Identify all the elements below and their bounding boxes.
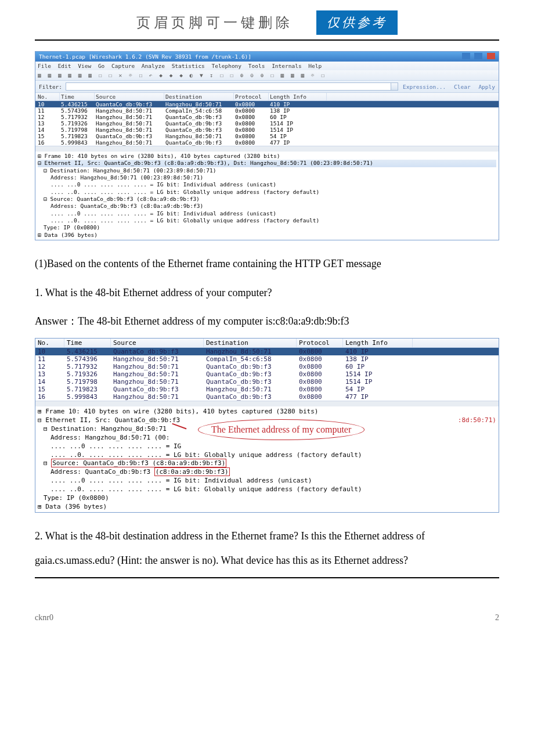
menu-telephony[interactable]: Telephony — [212, 63, 241, 69]
packet-row[interactable]: 135.719326Hangzhou_8d:50:71QuantaCo_db:9… — [35, 120, 499, 127]
section-intro: (1)Based on the contents of the Ethernet… — [35, 252, 499, 276]
packet-list-header: No. Time Source Destination Protocol Len… — [35, 339, 499, 348]
packet-list-header: No. Time Source Destination Protocol Len… — [35, 93, 499, 101]
packet-row[interactable]: 155.719823QuantaCo_db:9b:f3Hangzhou_8d:5… — [35, 133, 499, 139]
menu-statistics[interactable]: Statistics — [172, 63, 205, 69]
col-destination[interactable]: Destination — [204, 339, 297, 347]
tree-type[interactable]: Type: IP (0x0800) — [38, 494, 496, 503]
tree-data[interactable]: ⊞ Data (396 bytes) — [38, 503, 496, 512]
footer-page-number: 2 — [495, 613, 499, 622]
question-2: 2. What is the 48-bit destination addres… — [35, 524, 499, 573]
answer-1-text: The 48-bit Ethernet address of my comput… — [78, 315, 349, 327]
close-icon[interactable] — [487, 53, 495, 59]
menu-go[interactable]: Go — [98, 63, 104, 69]
toolbar[interactable]: ▦ ▦ ▦ ▦ ▦ ▦ ☐ ☐ ✕ ☼ ☐ ↶ ◆ ◆ ◆ ◐ ▼ ↧ ☐ ☐ … — [35, 70, 499, 80]
answer-label: Answer： — [35, 315, 78, 327]
col-no[interactable]: No. — [37, 93, 60, 100]
tree-lg-bit[interactable]: .... ..0. .... .... .... .... = LG bit: … — [38, 451, 496, 460]
col-length-info[interactable]: Length Info — [343, 339, 413, 347]
address-highlight: (c8:0a:a9:db:9b:f3) — [154, 467, 230, 476]
menu-analyze[interactable]: Analyze — [142, 63, 165, 69]
maximize-icon[interactable] — [474, 53, 482, 59]
packet-row[interactable]: 145.719798Hangzhou_8d:50:71QuantaCo_db:9… — [35, 378, 499, 386]
col-source[interactable]: Source — [95, 93, 164, 100]
window-title-text: Thernet-1.pcap [Wireshark 1.6.2 (SVN Rev… — [39, 53, 251, 60]
filter-expression-link[interactable]: Expression... — [403, 84, 446, 90]
menu-help[interactable]: Help — [308, 63, 322, 69]
tree-node[interactable]: ⊟ Source: QuantaCo_db:9b:f3 (c8:0a:a9:db… — [38, 196, 496, 203]
tree-lg-bit-2[interactable]: .... ..0. .... .... .... .... = LG bit: … — [38, 485, 496, 494]
wireshark-window-2: No. Time Source Destination Protocol Len… — [35, 338, 499, 513]
packet-details-tree[interactable]: ⊞ Frame 10: 410 bytes on wire (3280 bits… — [35, 152, 499, 240]
page-header-title: 页眉页脚可一键删除 — [136, 13, 293, 32]
menu-tools[interactable]: Tools — [248, 63, 265, 69]
col-protocol[interactable]: Protocol — [297, 339, 343, 347]
tree-frame[interactable]: ⊞ Frame 10: 410 bytes on wire (3280 bits… — [38, 408, 496, 416]
filter-bar: Filter: Expression... Clear Apply — [35, 80, 499, 93]
window-titlebar[interactable]: Thernet-1.pcap [Wireshark 1.6.2 (SVN Rev… — [35, 52, 499, 62]
h-scrollbar[interactable] — [35, 401, 499, 406]
filter-dropdown-icon[interactable] — [391, 82, 398, 91]
tree-source[interactable]: ⊟ Source: QuantaCo_db:9b:f3 (c8:0a:a9:db… — [38, 459, 496, 468]
footer-left: cknr0 — [35, 613, 53, 622]
tree-node[interactable]: .... ...0 .... .... .... .... = IG bit: … — [38, 210, 496, 217]
reference-badge: 仅供参考 — [316, 10, 398, 35]
col-source[interactable]: Source — [111, 339, 204, 347]
tree-node[interactable]: Type: IP (0x0800) — [38, 224, 496, 231]
tree-node[interactable]: .... ..0. .... .... .... .... = LG bit: … — [38, 217, 496, 224]
packet-row[interactable]: 115.574396Hangzhou_8d:50:71CompalIn_54:c… — [35, 355, 499, 363]
header-divider — [35, 39, 499, 41]
packet-row[interactable]: 155.719823QuantaCo_db:9b:f3Hangzhou_8d:5… — [35, 386, 499, 393]
answer-1: Answer：The 48-bit Ethernet address of my… — [35, 309, 499, 333]
minimize-icon[interactable] — [462, 53, 470, 59]
tree-ig-bit[interactable]: .... ...0 .... .... .... .... = IG — [38, 442, 496, 451]
packet-row[interactable]: 145.719798Hangzhou_8d:50:71QuantaCo_db:9… — [35, 127, 499, 133]
source-highlight: Source: QuantaCo_db:9b:f3 (c8:0a:a9:db:9… — [51, 459, 226, 467]
col-time[interactable]: Time — [64, 339, 111, 347]
tree-src-address[interactable]: Address: QuantaCo_db:9b:f3 (c8:0a:a9:db:… — [38, 468, 496, 477]
tree-node[interactable]: ⊞ Frame 10: 410 bytes on wire (3280 bits… — [38, 153, 496, 160]
packet-details-tree[interactable]: ⊞ Frame 10: 410 bytes on wire (3280 bits… — [35, 406, 499, 512]
filter-input[interactable] — [66, 82, 391, 91]
tree-node[interactable]: Address: QuantaCo_db:9b:f3 (c8:0a:a9:db:… — [38, 203, 496, 210]
packet-row[interactable]: 125.717932Hangzhou_8d:50:71QuantaCo_db:9… — [35, 363, 499, 370]
question-1: 1. What is the 48-bit Ethernet address o… — [35, 281, 499, 305]
tree-ig-bit-2[interactable]: .... ...0 .... .... .... .... = IG bit: … — [38, 477, 496, 485]
filter-label: Filter: — [39, 84, 62, 90]
tree-node[interactable]: ⊞ Data (396 bytes) — [38, 232, 496, 239]
packet-row[interactable]: 165.999843Hangzhou_8d:50:71QuantaCo_db:9… — [35, 139, 499, 146]
col-destination[interactable]: Destination — [164, 93, 234, 100]
packet-row[interactable]: 105.436215QuantaCo_db:9b:f3Hangzhou_8d:5… — [35, 101, 499, 107]
tree-node[interactable]: ⊟ Destination: Hangzhou_8d:50:71 (00:23:… — [38, 167, 496, 174]
window-controls — [461, 53, 495, 60]
tree-node[interactable]: .... ...0 .... .... .... .... = IG bit: … — [38, 181, 496, 188]
menu-capture[interactable]: Capture — [111, 63, 135, 69]
packet-row[interactable]: 105.436215QuantaCo_db:9b:f3Hangzhou_8d:5… — [35, 348, 499, 355]
packet-row[interactable]: 115.574396Hangzhou_8d:50:71CompalIn_54:c… — [35, 107, 499, 114]
packet-list[interactable]: 105.436215QuantaCo_db:9b:f3Hangzhou_8d:5… — [35, 101, 499, 146]
tree-node[interactable]: ⊟ Ethernet II, Src: QuantaCo_db:9b:f3 (c… — [38, 160, 496, 167]
filter-clear-link[interactable]: Clear — [454, 84, 471, 90]
tree-node[interactable]: .... ..0. .... .... .... .... = LG bit: … — [38, 189, 496, 196]
packet-list[interactable]: 105.436215QuantaCo_db:9b:f3Hangzhou_8d:5… — [35, 348, 499, 401]
packet-row[interactable]: 165.999843Hangzhou_8d:50:71QuantaCo_db:9… — [35, 393, 499, 401]
col-time[interactable]: Time — [60, 93, 95, 100]
annotation-callout: The Ethernet address of my computer — [198, 419, 365, 440]
packet-row[interactable]: 135.719326Hangzhou_8d:50:71QuantaCo_db:9… — [35, 370, 499, 378]
h-scrollbar[interactable] — [35, 146, 499, 152]
col-length-info[interactable]: Length Info — [269, 93, 327, 100]
footer-divider — [35, 577, 499, 578]
filter-apply-link[interactable]: Apply — [478, 84, 495, 90]
col-no[interactable]: No. — [35, 339, 64, 347]
menu-internals[interactable]: Internals — [272, 63, 301, 69]
tree-node[interactable]: Address: Hangzhou_8d:50:71 (00:23:89:8d:… — [38, 174, 496, 181]
menu-edit[interactable]: Edit — [58, 63, 71, 69]
menu-file[interactable]: File — [38, 63, 51, 69]
col-protocol[interactable]: Protocol — [234, 93, 269, 100]
menu-view[interactable]: View — [78, 63, 91, 69]
wireshark-window-1: Thernet-1.pcap [Wireshark 1.6.2 (SVN Rev… — [35, 51, 499, 240]
packet-row[interactable]: 125.717932Hangzhou_8d:50:71QuantaCo_db:9… — [35, 114, 499, 120]
menubar: File Edit View Go Capture Analyze Statis… — [35, 62, 499, 70]
